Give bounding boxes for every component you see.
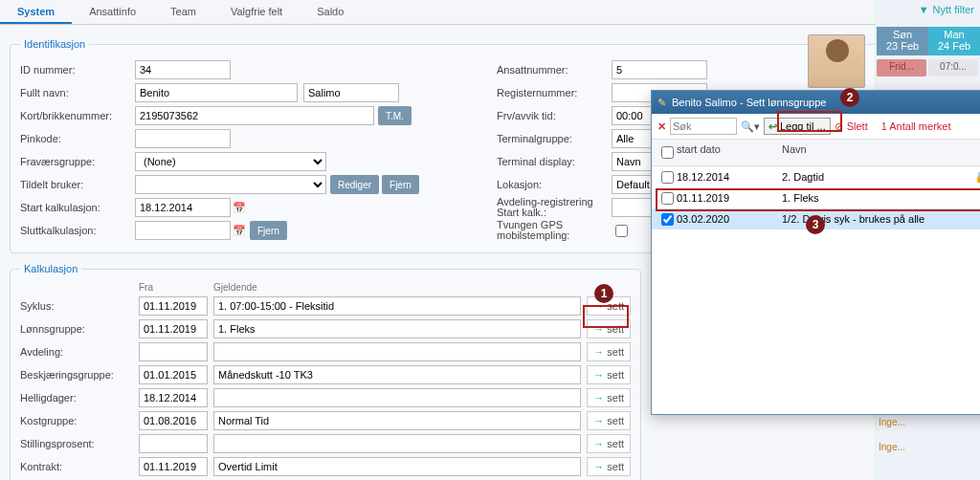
kalk-label-lonnsgruppe: Lønnsgruppe: xyxy=(20,323,133,335)
th-navn[interactable]: Navn xyxy=(782,143,980,162)
rediger-button[interactable]: Rediger xyxy=(330,175,379,194)
modal-search-input[interactable] xyxy=(670,118,737,135)
kalk-gjeld-beskjaering[interactable] xyxy=(213,365,581,384)
kalk-fra-lonnsgruppe[interactable] xyxy=(139,319,208,338)
kalk-gjeld-kontrakt[interactable] xyxy=(213,457,581,476)
pin-input[interactable] xyxy=(135,129,231,148)
kalk-gjeld-stillingsprosent[interactable] xyxy=(213,434,581,453)
inge-chip-2[interactable]: Inge... xyxy=(879,417,911,432)
calendar-header-sun: Søn23 Feb xyxy=(877,27,928,55)
sett-button-kontrakt[interactable]: sett xyxy=(587,457,631,476)
modal-row[interactable]: 18.12.2014 2. Dagtid 🔒 xyxy=(652,166,980,187)
sett-button-helligdager[interactable]: sett xyxy=(587,388,631,407)
callout-2: 2 xyxy=(840,88,859,107)
select-all-checkbox[interactable] xyxy=(661,146,674,159)
kalk-label-stillingsprosent: Stillingsprosent: xyxy=(20,438,133,449)
tab-valgfrie[interactable]: Valgfrie felt xyxy=(213,0,300,24)
kalk-fra-kontrakt[interactable] xyxy=(139,457,208,476)
inge-chip[interactable]: Inge... xyxy=(879,442,911,457)
kalkulasjon-group: Kalkulasjon Fra Gjeldende Syklus: settLø… xyxy=(10,263,641,480)
sett-button-avdeling[interactable]: sett xyxy=(587,342,631,361)
fravaersgruppe-select[interactable]: (None) xyxy=(135,152,326,171)
fjern-slutt-button[interactable]: Fjern xyxy=(250,221,287,240)
label-kort: Kort/brikkenummer: xyxy=(20,110,135,121)
search-icon[interactable]: 🔍▾ xyxy=(741,120,760,133)
label-frav: Fraværsgruppe: xyxy=(20,156,135,167)
clear-search-icon[interactable]: ✕ xyxy=(657,120,666,133)
kalkulasjon-legend: Kalkulasjon xyxy=(20,263,81,274)
kalk-header-fra: Fra xyxy=(139,282,208,293)
startkalk-input[interactable] xyxy=(135,198,231,217)
sluttkalk-input[interactable] xyxy=(135,221,231,240)
callout-3: 3 xyxy=(806,215,825,234)
calendar-icon[interactable] xyxy=(231,202,246,214)
shift-chip-time[interactable]: 07:0... xyxy=(928,59,978,76)
tab-saldo[interactable]: Saldo xyxy=(300,0,361,24)
ansattnr-input[interactable] xyxy=(612,60,707,79)
fjern-user-button[interactable]: Fjern xyxy=(382,175,419,194)
label-ansatt: Ansattnummer: xyxy=(497,64,612,76)
tab-ansattinfo[interactable]: Ansattinfo xyxy=(72,0,153,24)
kalk-gjeld-lonnsgruppe[interactable] xyxy=(213,319,581,338)
kalk-label-avdeling: Avdeling: xyxy=(20,346,133,358)
modal-table-header: start dato Navn xyxy=(652,140,980,166)
lastname-input[interactable] xyxy=(303,83,399,102)
label-frv: Frv/avvik tid: xyxy=(497,110,612,121)
tildelt-select[interactable] xyxy=(135,175,326,194)
sett-button-stillingsprosent[interactable]: sett xyxy=(587,434,631,453)
firstname-input[interactable] xyxy=(135,83,298,102)
label-termd: Terminal display: xyxy=(497,156,612,167)
calendar-icon-2[interactable] xyxy=(231,225,246,237)
row-navn: 2. Dagtid xyxy=(782,171,974,183)
row-date: 03.02.2020 xyxy=(677,213,782,225)
kalk-fra-helligdager[interactable] xyxy=(139,388,208,407)
cardnumber-input[interactable] xyxy=(135,106,374,125)
kalk-gjeld-kostgruppe[interactable] xyxy=(213,411,581,430)
slett-link[interactable]: Slett xyxy=(847,120,868,132)
kalk-fra-syklus[interactable] xyxy=(139,296,208,316)
new-filter-button[interactable]: ▼Nytt filter xyxy=(919,4,974,15)
label-tildelt: Tildelt bruker: xyxy=(20,179,135,190)
tab-team[interactable]: Team xyxy=(153,0,213,24)
funnel-icon: ▼ xyxy=(919,4,929,15)
antall-merket: 1 Antall merket xyxy=(881,120,951,132)
label-reg: Registernummer: xyxy=(497,87,612,98)
sett-button-kostgruppe[interactable]: sett xyxy=(587,411,631,430)
lock-icon: 🔒 xyxy=(974,170,980,184)
label-sluttk: Sluttkalkulasjon: xyxy=(20,225,135,236)
kalk-gjeld-avdeling[interactable] xyxy=(213,342,581,361)
main-tabs: System Ansattinfo Team Valgfrie felt Sal… xyxy=(0,0,980,25)
kalk-fra-kostgruppe[interactable] xyxy=(139,411,208,430)
th-startdato[interactable]: start dato xyxy=(677,143,782,162)
kalk-gjeld-syklus[interactable] xyxy=(213,296,581,316)
label-navn: Fullt navn: xyxy=(20,87,135,98)
calendar-header-mon: Man24 Feb xyxy=(928,27,980,55)
tab-system[interactable]: System xyxy=(0,0,72,24)
identifikasjon-legend: Identifikasjon xyxy=(20,38,89,50)
kalk-gjeld-helligdager[interactable] xyxy=(213,388,581,407)
sett-button-beskjaering[interactable]: sett xyxy=(587,365,631,384)
tm-button[interactable]: T.M. xyxy=(378,106,412,125)
edit-icon: ✎ xyxy=(657,97,666,109)
label-id: ID nummer: xyxy=(20,64,135,76)
row-checkbox[interactable] xyxy=(661,213,674,226)
kalk-label-helligdager: Helligdager: xyxy=(20,392,133,404)
gps-checkbox[interactable] xyxy=(615,225,628,237)
sett-lonnsgruppe-modal: ✎ Benito Salimo - Sett lønnsgruppe ✕ 🔍▾ … xyxy=(651,90,980,415)
label-tvgps: Tvungen GPS mobilstempling: xyxy=(497,220,612,241)
kalk-fra-stillingsprosent[interactable] xyxy=(139,434,208,453)
kalk-label-kostgruppe: Kostgruppe: xyxy=(20,415,133,426)
label-term: Terminalgruppe: xyxy=(497,133,612,144)
callout-1: 1 xyxy=(594,284,613,303)
label-pin: Pinkode: xyxy=(20,133,135,144)
kalk-fra-beskjaering[interactable] xyxy=(139,365,208,384)
shift-chip-frid[interactable]: Frid... xyxy=(877,59,926,76)
label-lok: Lokasjon: xyxy=(497,179,612,190)
modal-title: Benito Salimo - Sett lønnsgruppe xyxy=(672,97,826,108)
label-startk: Start kalkulasjon: xyxy=(20,202,135,213)
kalk-label-beskjaering: Beskjæringsgruppe: xyxy=(20,369,133,381)
id-input[interactable] xyxy=(135,60,231,79)
kalk-fra-avdeling[interactable] xyxy=(139,342,208,361)
employee-photo xyxy=(808,34,865,88)
row-checkbox[interactable] xyxy=(661,171,674,184)
